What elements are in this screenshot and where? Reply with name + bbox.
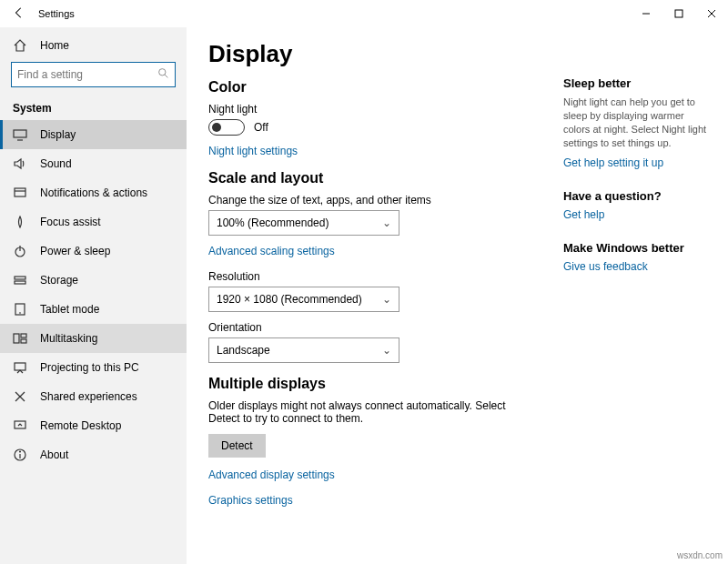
remote-desktop-icon [13, 418, 27, 433]
sidebar-item-label: Storage [40, 274, 78, 287]
multiple-displays-heading: Multiple displays [208, 376, 563, 392]
window-title: Settings [38, 8, 75, 19]
tablet-icon [13, 302, 27, 317]
night-light-settings-link[interactable]: Night light settings [208, 145, 563, 157]
search-field[interactable] [17, 68, 157, 81]
minimize-button[interactable] [630, 0, 662, 27]
storage-icon [13, 273, 27, 287]
svg-rect-18 [21, 339, 26, 343]
sidebar-item-label: Sound [40, 157, 72, 170]
home-icon [13, 38, 27, 53]
sidebar-item-focus-assist[interactable]: Focus assist [0, 207, 187, 237]
svg-rect-17 [21, 334, 26, 337]
sidebar-item-label: Power & sleep [40, 245, 110, 257]
get-help-link[interactable]: Get help [563, 208, 711, 221]
svg-rect-8 [15, 188, 25, 196]
svg-rect-6 [14, 130, 26, 137]
svg-point-4 [159, 69, 166, 76]
advanced-scaling-link[interactable]: Advanced scaling settings [208, 245, 563, 257]
sidebar-item-shared-experiences[interactable]: Shared experiences [0, 382, 187, 411]
right-column: Sleep better Night light can help you ge… [563, 40, 718, 564]
sidebar-item-label: Display [40, 128, 76, 141]
maximize-button[interactable] [662, 0, 695, 27]
svg-rect-13 [15, 281, 25, 284]
night-light-toggle[interactable] [208, 119, 245, 136]
sidebar-item-label: Tablet mode [40, 303, 99, 316]
question-heading: Have a question? [563, 189, 711, 203]
svg-rect-12 [15, 277, 25, 279]
chevron-down-icon: ⌄ [382, 293, 391, 306]
scale-value: 100% (Recommended) [217, 217, 329, 229]
sidebar-item-tablet-mode[interactable]: Tablet mode [0, 295, 187, 324]
feedback-link[interactable]: Give us feedback [563, 260, 711, 273]
settings-window: Settings Home System Display [0, 0, 728, 564]
svg-line-5 [165, 75, 167, 77]
shared-icon [13, 389, 27, 404]
toggle-state: Off [254, 121, 268, 134]
detect-button[interactable]: Detect [208, 434, 266, 458]
sleep-better-heading: Sleep better [563, 76, 711, 90]
sound-icon [13, 156, 27, 171]
sidebar-item-label: Multitasking [40, 332, 97, 345]
night-light-label: Night light [208, 103, 563, 116]
sidebar-item-power-sleep[interactable]: Power & sleep [0, 237, 187, 266]
sidebar-item-label: Projecting to this PC [40, 361, 139, 374]
sidebar-item-label: Focus assist [40, 216, 101, 228]
close-button[interactable] [695, 0, 728, 27]
color-heading: Color [208, 79, 563, 96]
sidebar-item-label: About [40, 448, 68, 461]
orientation-value: Landscape [217, 344, 270, 357]
about-icon [13, 448, 27, 462]
home-button[interactable]: Home [0, 33, 187, 62]
focus-assist-icon [13, 215, 27, 229]
sidebar-item-storage[interactable]: Storage [0, 266, 187, 295]
orientation-dropdown[interactable]: Landscape ⌄ [208, 337, 399, 363]
sidebar-item-display[interactable]: Display [0, 120, 187, 149]
sidebar-item-remote-desktop[interactable]: Remote Desktop [0, 411, 187, 440]
svg-rect-19 [15, 363, 25, 370]
search-icon [157, 67, 169, 82]
sleep-better-desc: Night light can help you get to sleep by… [563, 96, 711, 149]
search-input[interactable] [11, 62, 176, 87]
page-title: Display [208, 40, 563, 68]
scale-heading: Scale and layout [208, 170, 563, 186]
sidebar-item-sound[interactable]: Sound [0, 149, 187, 178]
svg-rect-16 [14, 334, 19, 343]
orientation-label: Orientation [208, 321, 563, 334]
sidebar-item-multitasking[interactable]: Multitasking [0, 324, 187, 353]
graphics-settings-link[interactable]: Graphics settings [208, 494, 563, 507]
resolution-dropdown[interactable]: 1920 × 1080 (Recommended) ⌄ [208, 287, 399, 312]
make-better-heading: Make Windows better [563, 241, 711, 255]
sidebar-item-about[interactable]: About [0, 440, 187, 469]
sidebar-item-projecting[interactable]: Projecting to this PC [0, 353, 187, 382]
power-icon [13, 244, 27, 258]
multitasking-icon [13, 331, 27, 346]
titlebar: Settings [0, 0, 728, 27]
notifications-icon [13, 186, 27, 200]
scale-dropdown[interactable]: 100% (Recommended) ⌄ [208, 210, 399, 236]
svg-rect-1 [675, 10, 682, 17]
sidebar-item-label: Shared experiences [40, 390, 137, 403]
chevron-down-icon: ⌄ [382, 217, 391, 229]
home-label: Home [40, 39, 69, 52]
content-area: Display Color Night light Off Night ligh… [208, 40, 563, 564]
svg-point-25 [20, 451, 21, 452]
scale-size-label: Change the size of text, apps, and other… [208, 194, 563, 206]
display-icon [13, 127, 27, 142]
projecting-icon [13, 360, 27, 375]
resolution-label: Resolution [208, 270, 563, 283]
back-icon[interactable] [13, 6, 25, 22]
sidebar-item-label: Remote Desktop [40, 419, 121, 432]
sidebar: Home System Display Sound Notifications [0, 27, 187, 564]
sidebar-group-label: System [0, 98, 187, 120]
resolution-value: 1920 × 1080 (Recommended) [217, 293, 362, 306]
sidebar-item-notifications[interactable]: Notifications & actions [0, 178, 187, 207]
sidebar-item-label: Notifications & actions [40, 186, 147, 199]
watermark: wsxdn.com [677, 550, 723, 560]
chevron-down-icon: ⌄ [382, 344, 391, 357]
svg-rect-22 [15, 421, 25, 428]
sleep-better-link[interactable]: Get help setting it up [563, 156, 711, 169]
advanced-display-link[interactable]: Advanced display settings [208, 468, 563, 481]
multiple-displays-desc: Older displays might not always connect … [208, 399, 536, 425]
